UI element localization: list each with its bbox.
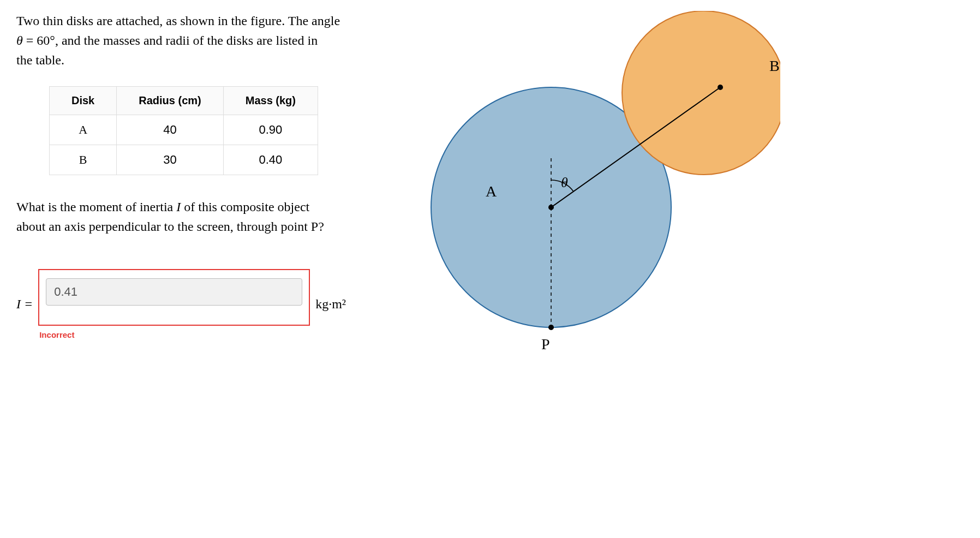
col-mass: Mass (kg) <box>223 87 318 115</box>
problem-statement: Two thin disks are attached, as shown in… <box>16 11 377 70</box>
cell: 40 <box>117 115 223 145</box>
disk-b-circle <box>622 11 780 175</box>
col-radius: Radius (cm) <box>117 87 223 115</box>
table-row: A 40 0.90 <box>50 115 318 145</box>
table-header-row: Disk Radius (cm) Mass (kg) <box>50 87 318 115</box>
answer-prefix: I = <box>16 297 33 312</box>
text: What is the moment of inertia <box>16 200 176 214</box>
text: about an axis perpendicular to the scree… <box>16 219 324 234</box>
label-b: B <box>769 57 780 74</box>
feedback-label: Incorrect <box>39 330 310 339</box>
label-a: A <box>486 183 497 200</box>
label-theta: θ <box>561 175 568 190</box>
cell: 0.90 <box>223 115 318 145</box>
text: of this composite object <box>181 200 309 214</box>
cell: A <box>50 115 117 145</box>
theta-symbol: θ <box>16 33 23 47</box>
text: = <box>23 33 37 47</box>
text: Two thin disks are attached, as shown in… <box>16 14 340 28</box>
col-disk: Disk <box>50 87 117 115</box>
cell: B <box>50 145 117 175</box>
question-text: What is the moment of inertia I of this … <box>16 197 377 236</box>
cell: 30 <box>117 145 223 175</box>
point-p-dot <box>548 325 554 330</box>
units-label: kg·m² <box>315 297 346 312</box>
answer-input[interactable] <box>46 278 302 306</box>
table-row: B 30 0.40 <box>50 145 318 175</box>
answer-feedback-box <box>38 269 310 326</box>
label-p: P <box>541 336 550 352</box>
figure-diagram: A B P θ <box>398 11 780 393</box>
theta-value: 60° <box>37 33 55 47</box>
cell: 0.40 <box>223 145 318 175</box>
data-table: Disk Radius (cm) Mass (kg) A 40 0.90 B 3… <box>49 86 318 175</box>
text: , and the masses and radii of the disks … <box>55 33 318 47</box>
center-a-dot <box>548 205 554 210</box>
center-b-dot <box>718 85 723 90</box>
text: the table. <box>16 53 64 67</box>
